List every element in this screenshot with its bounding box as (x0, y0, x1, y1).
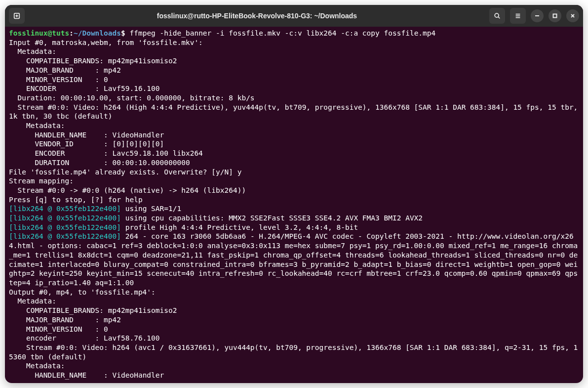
prompt-host: tuts (52, 29, 69, 37)
output-line: [libx264 @ 0x55feb122e400] profile High … (9, 223, 579, 232)
libx264-tag: [libx264 @ 0x55feb122e400] (9, 232, 121, 240)
prompt-user: fosslinux (9, 29, 48, 37)
svg-point-3 (495, 13, 499, 17)
minimize-button[interactable] (531, 9, 544, 22)
output-line: Metadata: (9, 47, 579, 56)
output-line: Stream #0:0: Video: h264 (High 4:4:4 Pre… (9, 103, 579, 121)
close-button[interactable] (566, 9, 579, 22)
output-line: COMPATIBLE_BRANDS: mp42mp41isomiso2 (9, 56, 579, 66)
output-line: Duration: 00:00:10.00, start: 0.000000, … (9, 93, 579, 103)
svg-line-4 (498, 17, 500, 18)
output-line: Input #0, matroska,webm, from 'fossfile.… (9, 38, 579, 47)
output-line: Stream #0:0: Video: h264 (avc1 / 0x31637… (9, 343, 579, 361)
terminal-window: fosslinux@rutto-HP-EliteBook-Revolve-810… (5, 5, 583, 383)
output-line: COMPATIBLE_BRANDS: mp42mp41isomiso2 (9, 306, 579, 315)
output-line: Stream #0:0 -> #0:0 (h264 (native) -> h2… (9, 186, 579, 195)
output-line: Metadata: (9, 121, 579, 130)
output-line: MAJOR_BRAND : mp42 (9, 315, 579, 325)
output-line: [libx264 @ 0x55feb122e400] using SAR=1/1 (9, 204, 579, 214)
output-line: [libx264 @ 0x55feb122e400] 264 - core 16… (9, 232, 579, 287)
output-line: HANDLER_NAME : VideoHandler (9, 371, 579, 380)
output-line: Stream mapping: (9, 176, 579, 186)
output-line: Metadata: (9, 361, 579, 371)
output-line: encoder : Lavf58.76.100 (9, 334, 579, 343)
window-title: fosslinux@rutto-HP-EliteBook-Revolve-810… (29, 12, 485, 20)
svg-rect-9 (553, 14, 557, 18)
output-line: File 'fossfile.mp4' already exists. Over… (9, 168, 579, 177)
maximize-button[interactable] (549, 9, 561, 22)
prompt-line: fosslinux@tuts:~/Downloads$ ffmpeg -hide… (9, 29, 579, 38)
new-tab-button[interactable] (9, 8, 25, 24)
titlebar: fosslinux@rutto-HP-EliteBook-Revolve-810… (5, 5, 583, 27)
output-line: DURATION : 00:00:10.000000000 (9, 158, 579, 168)
output-line: Press [q] to stop, [?] for help (9, 195, 579, 205)
output-line: ENCODER : Lavc59.18.100 libx264 (9, 149, 579, 158)
prompt-symbol: $ (121, 29, 125, 37)
output-line: Metadata: (9, 297, 579, 306)
output-line: MAJOR_BRAND : mp42 (9, 66, 579, 75)
libx264-tag: [libx264 @ 0x55feb122e400] (9, 223, 121, 231)
output-line: MINOR_VERSION : 0 (9, 75, 579, 85)
output-line: ENCODER : Lavf59.16.100 (9, 84, 579, 93)
libx264-tag: [libx264 @ 0x55feb122e400] (9, 214, 121, 222)
output-line: [libx264 @ 0x55feb122e400] using cpu cap… (9, 214, 579, 223)
libx264-tag: [libx264 @ 0x55feb122e400] (9, 205, 121, 213)
search-button[interactable] (489, 8, 505, 24)
menu-button[interactable] (510, 8, 526, 24)
output-line: MINOR_VERSION : 0 (9, 325, 579, 334)
output-line: HANDLER_NAME : VideoHandler (9, 130, 579, 140)
terminal-output[interactable]: fosslinux@tuts:~/Downloads$ ffmpeg -hide… (5, 27, 583, 383)
output-line: Output #0, mp4, to 'fossfile.mp4': (9, 288, 579, 297)
command-text: ffmpeg -hide_banner -i fossfile.mkv -c:v… (129, 29, 435, 37)
prompt-path: ~/Downloads (74, 29, 121, 37)
output-line: VENDOR_ID : [0][0][0][0] (9, 139, 579, 149)
